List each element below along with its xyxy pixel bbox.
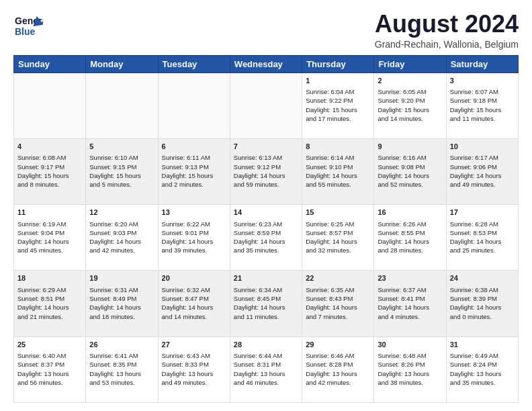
table-row: 8Sunrise: 6:14 AMSunset: 9:10 PMDaylight… (302, 138, 374, 204)
day-info-line: Sunrise: 6:11 AM (162, 154, 210, 161)
table-row: 30Sunrise: 6:48 AMSunset: 8:26 PMDayligh… (374, 336, 446, 402)
day-number: 15 (306, 208, 370, 218)
day-number: 10 (450, 142, 515, 152)
day-info-line: Daylight: 15 hours (89, 172, 141, 179)
day-info-line: Daylight: 14 hours (306, 238, 357, 245)
table-row: 14Sunrise: 6:23 AMSunset: 8:59 PMDayligh… (230, 205, 302, 271)
day-info-line: Daylight: 14 hours (306, 304, 357, 311)
day-info-line: and 38 minutes. (378, 379, 423, 386)
day-info-line: Sunset: 9:06 PM (450, 163, 497, 171)
day-info-line: Daylight: 14 hours (234, 304, 285, 311)
day-info-line: Sunrise: 6:46 AM (306, 352, 354, 359)
day-info-line: and 55 minutes. (306, 181, 351, 188)
table-row: 15Sunrise: 6:25 AMSunset: 8:57 PMDayligh… (302, 205, 374, 271)
day-number: 17 (450, 208, 515, 218)
table-row: 20Sunrise: 6:32 AMSunset: 8:47 PMDayligh… (158, 271, 230, 336)
table-row: 13Sunrise: 6:22 AMSunset: 9:01 PMDayligh… (158, 205, 230, 271)
day-info-line: Daylight: 15 hours (306, 106, 357, 113)
day-info-line: and 49 minutes. (162, 379, 208, 386)
day-info-line: Daylight: 14 hours (450, 172, 502, 179)
day-info-line: Sunrise: 6:17 AM (450, 154, 498, 161)
day-info-line: and 4 minutes. (378, 313, 419, 320)
col-wednesday: Wednesday (230, 55, 302, 73)
day-number: 30 (378, 340, 442, 350)
col-sunday: Sunday (14, 55, 86, 73)
day-info-line: Sunrise: 6:14 AM (306, 154, 354, 161)
table-row: 6Sunrise: 6:11 AMSunset: 9:13 PMDaylight… (158, 138, 230, 204)
table-row: 11Sunrise: 6:19 AMSunset: 9:04 PMDayligh… (14, 205, 86, 271)
col-thursday: Thursday (302, 55, 374, 73)
day-info-line: Daylight: 14 hours (450, 238, 502, 245)
day-info-line: Sunset: 8:37 PM (17, 361, 64, 368)
day-info-line: Sunset: 8:51 PM (17, 295, 64, 302)
day-info-line: and 25 minutes. (450, 246, 496, 254)
day-info-line: and 14 minutes. (162, 313, 208, 320)
day-info-line: Daylight: 13 hours (162, 370, 214, 377)
day-info-line: Sunrise: 6:34 AM (234, 286, 282, 293)
day-info-line: Sunset: 9:15 PM (89, 163, 136, 171)
table-row: 4Sunrise: 6:08 AMSunset: 9:17 PMDaylight… (14, 138, 86, 204)
day-info-line: Daylight: 14 hours (162, 238, 214, 245)
day-info-line: Sunset: 9:12 PM (234, 163, 281, 171)
calendar-week-row: 25Sunrise: 6:40 AMSunset: 8:37 PMDayligh… (14, 336, 519, 402)
day-info-line: Sunset: 9:01 PM (162, 229, 209, 236)
day-info-line: Daylight: 14 hours (450, 304, 502, 311)
day-info-line: Sunset: 8:33 PM (162, 361, 209, 368)
day-info-line: Sunset: 8:41 PM (378, 295, 425, 302)
table-row (86, 73, 158, 138)
day-number: 13 (162, 208, 226, 218)
day-info-line: Sunset: 9:13 PM (162, 163, 209, 171)
day-info-line: Daylight: 14 hours (17, 304, 69, 311)
table-row: 5Sunrise: 6:10 AMSunset: 9:15 PMDaylight… (86, 138, 158, 204)
day-info-line: Sunrise: 6:43 AM (162, 352, 210, 359)
day-info-line: Daylight: 14 hours (162, 304, 214, 311)
col-tuesday: Tuesday (158, 55, 230, 73)
table-row: 16Sunrise: 6:26 AMSunset: 8:55 PMDayligh… (374, 205, 446, 271)
table-row (158, 73, 230, 138)
page: General Blue August 2024 Grand-Rechain, … (0, 0, 532, 411)
day-info-line: Daylight: 13 hours (17, 370, 69, 377)
col-friday: Friday (374, 55, 446, 73)
day-info-line: and 11 minutes. (234, 313, 279, 320)
day-info-line: Sunset: 8:49 PM (89, 295, 136, 302)
table-row: 21Sunrise: 6:34 AMSunset: 8:45 PMDayligh… (230, 271, 302, 336)
day-info-line: and 17 minutes. (306, 115, 351, 122)
col-saturday: Saturday (446, 55, 518, 73)
calendar-week-row: 1Sunrise: 6:04 AMSunset: 9:22 PMDaylight… (14, 73, 519, 138)
day-number: 25 (17, 340, 82, 350)
day-info-line: Sunset: 8:59 PM (234, 229, 281, 236)
day-info-line: Sunrise: 6:22 AM (162, 220, 210, 228)
day-info-line: Sunrise: 6:25 AM (306, 220, 354, 228)
day-info-line: Sunrise: 6:32 AM (162, 286, 210, 293)
table-row: 31Sunrise: 6:49 AMSunset: 8:24 PMDayligh… (446, 336, 518, 402)
day-info-line: Daylight: 13 hours (234, 370, 285, 377)
day-info-line: Sunset: 9:17 PM (17, 163, 64, 171)
day-info-line: Sunset: 9:04 PM (17, 229, 64, 236)
table-row: 1Sunrise: 6:04 AMSunset: 9:22 PMDaylight… (302, 73, 374, 138)
table-row: 7Sunrise: 6:13 AMSunset: 9:12 PMDaylight… (230, 138, 302, 204)
table-row: 17Sunrise: 6:28 AMSunset: 8:53 PMDayligh… (446, 205, 518, 271)
day-number: 24 (450, 273, 515, 283)
day-number: 12 (89, 208, 154, 218)
day-info-line: Sunset: 8:24 PM (450, 361, 497, 368)
logo: General Blue (13, 11, 44, 40)
day-info-line: Daylight: 14 hours (306, 172, 357, 179)
day-info-line: Sunrise: 6:31 AM (89, 286, 138, 293)
day-info-line: Sunset: 9:03 PM (89, 229, 136, 236)
day-info-line: Sunset: 8:35 PM (89, 361, 136, 368)
day-info-line: Sunrise: 6:10 AM (89, 154, 138, 161)
day-info-line: and 5 minutes. (89, 181, 131, 188)
day-number: 23 (378, 273, 442, 283)
day-info-line: and 46 minutes. (234, 379, 279, 386)
day-info-line: and 59 minutes. (234, 181, 279, 188)
day-number: 16 (378, 208, 442, 218)
day-info-line: Sunset: 8:39 PM (450, 295, 497, 302)
col-monday: Monday (86, 55, 158, 73)
day-number: 8 (306, 142, 370, 152)
calendar-week-row: 11Sunrise: 6:19 AMSunset: 9:04 PMDayligh… (14, 205, 519, 271)
day-info-line: Sunset: 9:22 PM (306, 97, 353, 104)
calendar-week-row: 18Sunrise: 6:29 AMSunset: 8:51 PMDayligh… (14, 271, 519, 336)
day-info-line: Sunrise: 6:05 AM (378, 88, 426, 95)
day-number: 1 (306, 76, 370, 86)
table-row: 25Sunrise: 6:40 AMSunset: 8:37 PMDayligh… (14, 336, 86, 402)
